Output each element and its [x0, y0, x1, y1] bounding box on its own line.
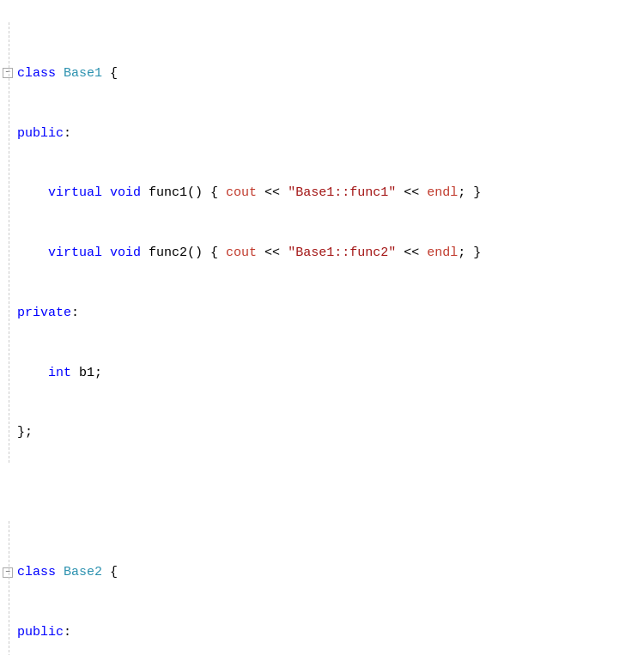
base1-func2-line: virtual void func2() { cout << "Base1::f… — [17, 243, 644, 263]
base1-private-label: private: — [17, 303, 644, 323]
class-base2-block: − class Base2 { public: virtual void fun… — [0, 502, 644, 655]
base1-public-label: public: — [17, 124, 644, 143]
base1-header-row: − class Base1 { — [0, 64, 644, 83]
code-container: − class Base1 { public: virtual void fun… — [0, 0, 644, 655]
base1-close-row: }; — [0, 422, 644, 442]
base2-header-line: class Base2 { — [17, 562, 644, 582]
base1-collapse-btn[interactable]: − — [3, 68, 13, 78]
base2-header-row: − class Base2 { — [0, 562, 644, 582]
class-base1-block: − class Base1 { public: virtual void fun… — [0, 3, 644, 463]
base1-header-line: class Base1 { — [17, 64, 644, 83]
base2-vline — [9, 521, 9, 655]
base1-func2-row: virtual void func2() { cout << "Base1::f… — [0, 243, 644, 263]
base2-public-row: public: — [0, 622, 644, 642]
base2-public-label: public: — [17, 622, 644, 642]
base1-field-row: int b1; — [0, 363, 644, 383]
base1-public-row: public: — [0, 124, 644, 143]
base1-close-line: }; — [17, 422, 644, 442]
base1-field-line: int b1; — [17, 363, 644, 383]
base1-func1-row: virtual void func1() { cout << "Base1::f… — [0, 183, 644, 203]
base1-vline — [9, 22, 9, 463]
base2-collapse-btn[interactable]: − — [3, 567, 13, 578]
base1-private-row: private: — [0, 303, 644, 323]
base1-func1-line: virtual void func1() { cout << "Base1::f… — [17, 183, 644, 203]
code-editor: − class Base1 { public: virtual void fun… — [0, 0, 644, 655]
